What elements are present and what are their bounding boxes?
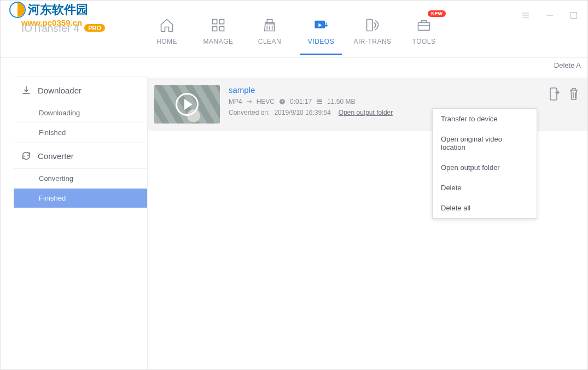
- item-format-line: MP4 ➔ HEVC 0:01:17 11.50 MB: [229, 98, 587, 105]
- refresh-icon: [21, 151, 31, 161]
- broom-icon: [261, 17, 278, 33]
- sidebar-converter[interactable]: Converter: [14, 143, 147, 169]
- menu-button[interactable]: [522, 11, 529, 19]
- open-output-link[interactable]: Open output folder: [339, 109, 393, 116]
- nav-airtrans-label: AIR-TRANS: [353, 38, 391, 45]
- converted-value: 2019/9/10 16:39:54: [274, 109, 330, 116]
- sidebar-item-downloading[interactable]: Downloading: [14, 103, 147, 123]
- product-badge: PRO: [84, 24, 105, 32]
- logo-area: 河东软件园 www.pc0359.cn IOTransfer 4 PRO: [11, 1, 121, 4]
- watermark-text: 河东软件园: [28, 2, 88, 18]
- clock-icon: [279, 98, 286, 105]
- nav-manage[interactable]: MANAGE: [199, 17, 238, 45]
- grid-icon: [210, 17, 226, 33]
- nav-tools-label: TOOLS: [412, 38, 436, 45]
- ctx-open-orig[interactable]: Open original video location: [433, 129, 537, 157]
- svg-rect-2: [213, 26, 217, 31]
- nav-tools[interactable]: NEW TOOLS: [404, 17, 444, 45]
- sidebar: Downloader Downloading Finished Converte…: [14, 77, 148, 370]
- home-icon: [159, 17, 175, 33]
- main-nav: HOME MANAGE CLEAN VIDEOS AIR-TRANS: [147, 17, 444, 45]
- product-name: IOTransfer 4 PRO: [21, 22, 105, 34]
- sidebar-item-converting[interactable]: Converting: [14, 169, 147, 189]
- download-icon: [21, 85, 31, 95]
- context-menu: Transfer to device Open original video l…: [432, 108, 537, 219]
- nav-home[interactable]: HOME: [147, 17, 187, 45]
- action-bar: Delete A: [1, 58, 587, 75]
- watermark: 河东软件园: [9, 2, 88, 18]
- svg-rect-6: [367, 20, 373, 31]
- svg-rect-8: [571, 13, 577, 19]
- svg-rect-7: [418, 22, 430, 30]
- airtrans-icon: [364, 17, 381, 33]
- delete-all-button[interactable]: Delete A: [554, 61, 581, 69]
- format-target: HEVC: [257, 98, 275, 105]
- svg-rect-0: [213, 20, 217, 24]
- ctx-open-out[interactable]: Open output folder: [433, 157, 537, 178]
- play-icon: [176, 93, 199, 116]
- row-actions: [548, 87, 580, 101]
- nav-videos[interactable]: VIDEOS: [301, 17, 341, 45]
- sidebar-downloader[interactable]: Downloader: [14, 77, 147, 103]
- sidebar-item-cv-finished[interactable]: Finished: [14, 189, 147, 208]
- item-duration: 0:01:17: [290, 98, 312, 105]
- svg-rect-3: [219, 26, 224, 31]
- maximize-button[interactable]: [570, 11, 578, 19]
- header: 河东软件园 www.pc0359.cn IOTransfer 4 PRO HOM…: [1, 1, 587, 58]
- ctx-delete[interactable]: Delete: [433, 178, 537, 198]
- item-title: sample: [229, 85, 587, 95]
- sidebar-item-dl-finished[interactable]: Finished: [14, 123, 147, 143]
- format-source: MP4: [229, 98, 242, 105]
- nav-home-label: HOME: [156, 38, 177, 45]
- watermark-logo-icon: [9, 2, 26, 18]
- content-area: sample MP4 ➔ HEVC 0:01:17 11.50 MB Conve…: [148, 75, 587, 370]
- nav-clean[interactable]: CLEAN: [250, 17, 289, 45]
- transfer-to-device-icon[interactable]: [548, 87, 560, 101]
- toolbox-icon: [416, 17, 432, 33]
- window-controls: [522, 11, 578, 19]
- sidebar-downloader-label: Downloader: [38, 86, 81, 95]
- nav-clean-label: CLEAN: [258, 38, 282, 45]
- minimize-button[interactable]: [546, 11, 554, 19]
- ctx-transfer[interactable]: Transfer to device: [433, 109, 537, 129]
- nav-videos-label: VIDEOS: [308, 38, 334, 45]
- converted-label: Converted on:: [229, 109, 270, 116]
- ctx-delete-all[interactable]: Delete all: [433, 198, 537, 218]
- main-body: Downloader Downloading Finished Converte…: [1, 75, 587, 370]
- product-name-text: IOTransfer 4: [21, 22, 79, 34]
- video-thumbnail[interactable]: [154, 85, 220, 124]
- sidebar-converter-label: Converter: [38, 151, 74, 161]
- svg-rect-10: [550, 88, 557, 100]
- arrow-right-icon: ➔: [247, 98, 252, 105]
- trash-icon[interactable]: [568, 87, 580, 101]
- new-badge: NEW: [428, 10, 446, 17]
- svg-rect-1: [219, 20, 224, 24]
- video-download-icon: [313, 17, 329, 33]
- item-size: 11.50 MB: [327, 98, 355, 105]
- nav-manage-label: MANAGE: [203, 38, 233, 45]
- disk-icon: [316, 98, 323, 105]
- nav-airtrans[interactable]: AIR-TRANS: [353, 17, 392, 45]
